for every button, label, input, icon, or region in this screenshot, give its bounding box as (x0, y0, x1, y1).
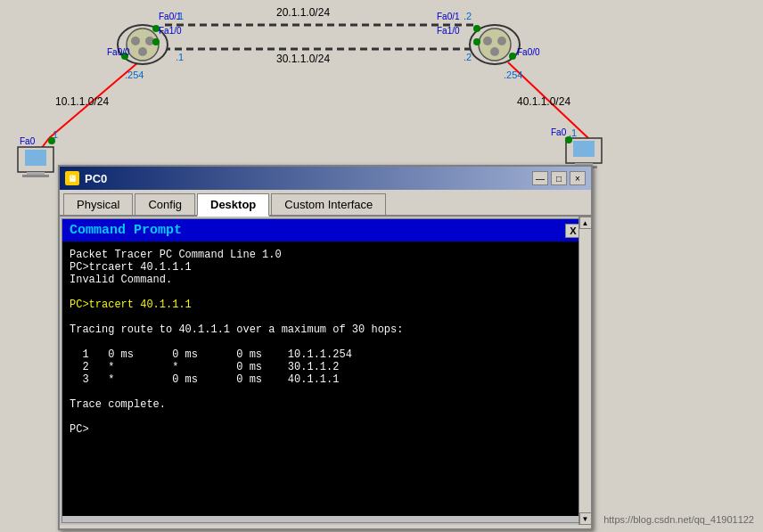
svg-rect-24 (22, 175, 49, 177)
svg-text:.2: .2 (464, 11, 472, 21)
svg-point-13 (497, 37, 506, 45)
window-titlebar: 🖥 PC0 — □ × (60, 167, 591, 190)
cmd-body[interactable]: Packet Tracer PC Command Line 1.0 PC>trc… (62, 241, 588, 516)
tab-desktop[interactable]: Desktop (197, 193, 269, 217)
svg-text:Fa0: Fa0 (551, 127, 567, 137)
svg-text:.2: .2 (464, 52, 472, 62)
close-button[interactable]: × (570, 171, 586, 185)
pc0-window: 🖥 PC0 — □ × Physical Config Desktop Cust… (58, 165, 593, 530)
window-controls: — □ × (532, 171, 586, 185)
topology-area: 20.1.1.0/24 30.1.1.0/24 10.1.1.0/24 40.1… (0, 0, 763, 187)
cmd-title: Command Prompt (70, 223, 182, 238)
window-title-left: 🖥 PC0 (65, 171, 107, 185)
svg-text:.1: .1 (176, 52, 184, 62)
pc-icon: 🖥 (65, 171, 79, 185)
tab-content-desktop: Command Prompt X Packet Tracer PC Comman… (60, 217, 591, 525)
cmd-tracert-cmd: PC>tracert 40.1.1.1 (70, 299, 192, 311)
svg-point-20 (509, 53, 516, 60)
svg-text:30.1.1.0/24: 30.1.1.0/24 (276, 53, 330, 65)
cmd-inner: Command Prompt X Packet Tracer PC Comman… (62, 218, 589, 523)
svg-text:Fa1/0: Fa1/0 (159, 26, 182, 36)
cmd-line-1: Packet Tracer PC Command Line 1.0 PC>trc… (70, 249, 282, 286)
svg-rect-26 (573, 141, 595, 157)
svg-text:Fa0/0: Fa0/0 (517, 47, 540, 57)
cmd-container: Command Prompt X Packet Tracer PC Comman… (60, 217, 591, 525)
svg-text:.1: .1 (176, 11, 184, 21)
window-title: PC0 (85, 172, 107, 185)
svg-point-14 (490, 47, 499, 56)
scroll-down-arrow[interactable]: ▼ (579, 512, 592, 525)
svg-text:.1: .1 (569, 127, 577, 138)
cmd-titlebar: Command Prompt X (62, 219, 588, 241)
watermark: https://blog.csdn.net/qq_41901122 (603, 514, 754, 525)
svg-text:20.1.1.0/24: 20.1.1.0/24 (276, 6, 330, 19)
tab-custom-interface[interactable]: Custom Interface (271, 193, 386, 215)
svg-point-7 (131, 37, 140, 45)
tab-physical[interactable]: Physical (63, 193, 133, 215)
svg-point-18 (473, 25, 480, 32)
cmd-output: Tracing route to 40.1.1.1 over a maximum… (70, 323, 403, 436)
scroll-track (580, 229, 591, 512)
svg-point-9 (138, 47, 147, 56)
svg-text:Fa1/0: Fa1/0 (437, 26, 460, 36)
svg-text:Fa0: Fa0 (20, 136, 36, 146)
svg-text:Fa0/1: Fa0/1 (437, 12, 460, 21)
svg-rect-22 (25, 150, 46, 166)
tab-config[interactable]: Config (135, 193, 195, 215)
svg-text:.254: .254 (504, 70, 522, 80)
maximize-button[interactable]: □ (551, 171, 567, 185)
svg-text:.254: .254 (125, 70, 144, 80)
tab-bar: Physical Config Desktop Custom Interface (60, 190, 591, 217)
svg-text:Fa0/0: Fa0/0 (107, 47, 130, 57)
svg-point-49 (48, 137, 55, 144)
scrollbar[interactable]: ▲ ▼ (578, 217, 591, 525)
watermark-text: https://blog.csdn.net/qq_41901122 (603, 514, 754, 525)
svg-point-16 (152, 38, 160, 45)
svg-text:10.1.1.0/24: 10.1.1.0/24 (55, 95, 109, 108)
svg-point-50 (565, 136, 572, 143)
svg-text:40.1.1.0/24: 40.1.1.0/24 (517, 95, 570, 108)
svg-point-12 (483, 37, 492, 45)
minimize-button[interactable]: — (532, 171, 548, 185)
scroll-up-arrow[interactable]: ▲ (579, 217, 592, 229)
svg-point-19 (473, 38, 480, 45)
